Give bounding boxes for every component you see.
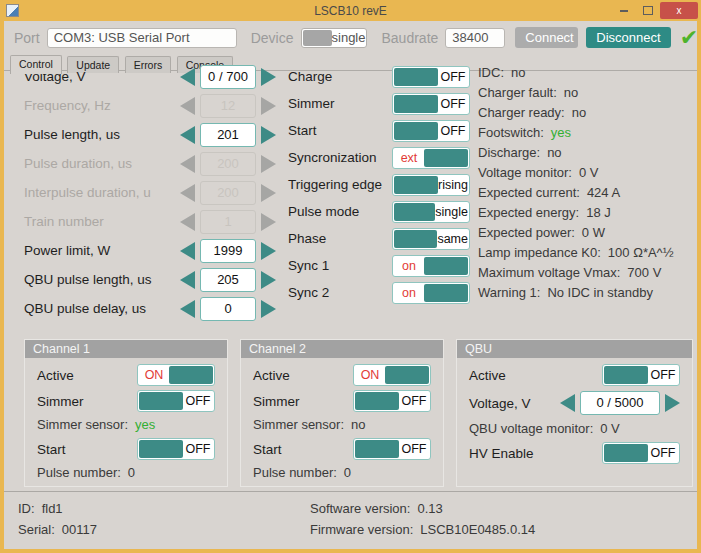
toggle-knob <box>355 440 399 458</box>
toggle-switch[interactable]: rising <box>392 174 470 196</box>
toggle-switch[interactable]: same <box>392 228 470 250</box>
status-value: 0 V <box>600 421 620 436</box>
toggle-knob <box>394 176 438 194</box>
toggle-switch[interactable]: OFF <box>392 66 470 88</box>
toggle-label: Sync 1 <box>288 258 392 273</box>
status-value: 0 <box>344 465 351 480</box>
tab-control[interactable]: Control <box>10 55 62 74</box>
toggle-switch[interactable]: OFF <box>392 120 470 142</box>
toggle-switch[interactable]: ext <box>392 147 470 169</box>
param-value-field[interactable]: 12 <box>200 94 256 118</box>
status-label: Firmware version: <box>310 522 413 537</box>
decrement-arrow-button[interactable] <box>180 213 195 231</box>
qbu-voltage-monitor-line: QBU voltage monitor:0 V <box>469 418 680 440</box>
decrement-arrow-button[interactable] <box>180 271 195 289</box>
qbu-active-toggle[interactable]: OFF <box>602 364 680 386</box>
toggle-knob <box>604 366 648 384</box>
status-label: Footswitch: <box>478 125 544 140</box>
decrement-arrow-button[interactable] <box>180 300 195 318</box>
simmer-toggle[interactable]: OFF <box>353 390 431 412</box>
param-value-field[interactable]: 0 / 700 <box>200 65 256 89</box>
toggle-state-text: single <box>435 203 468 221</box>
decrement-arrow-button[interactable] <box>180 184 195 202</box>
decrement-arrow-button[interactable] <box>180 126 195 144</box>
status-label: Serial: <box>18 522 55 537</box>
increment-arrow-button[interactable] <box>261 68 276 86</box>
status-value: yes <box>551 125 571 140</box>
status-value: no <box>564 85 578 100</box>
param-value-field[interactable]: 1999 <box>200 239 256 263</box>
toggle-label: Charge <box>288 69 392 84</box>
status-value: 700 V <box>627 265 661 280</box>
increment-arrow-button[interactable] <box>261 97 276 115</box>
active-toggle-row: Active ON <box>37 362 215 388</box>
port-input[interactable] <box>47 28 237 48</box>
active-toggle[interactable]: ON <box>137 364 215 386</box>
decrement-arrow-button[interactable] <box>180 242 195 260</box>
qbu-voltage-field[interactable]: 0 / 5000 <box>580 391 660 415</box>
maximize-button[interactable] <box>636 3 660 19</box>
param-value-field[interactable]: 200 <box>200 181 256 205</box>
toolbar: Port Device single Baudrate Connect Disc… <box>4 26 697 49</box>
panel-body: Active ON Simmer OFF Simmer sensor:no St… <box>241 358 443 484</box>
toggle-switch[interactable]: OFF <box>392 93 470 115</box>
decrement-arrow-button[interactable] <box>560 394 575 412</box>
simmer-toggle[interactable]: OFF <box>137 390 215 412</box>
panel-header: Channel 2 <box>241 340 443 358</box>
device-toggle-knob <box>303 30 331 46</box>
status-label: Charger ready: <box>478 105 565 120</box>
status-label: Voltage monitor: <box>478 165 572 180</box>
toggle-state-text: OFF <box>648 444 678 462</box>
status-label: Software version: <box>310 501 410 516</box>
toggle-label: Active <box>37 368 137 383</box>
toggle-switch[interactable]: on <box>392 282 470 304</box>
toggle-switch[interactable]: on <box>392 255 470 277</box>
param-value-field[interactable]: 201 <box>200 123 256 147</box>
status-value: 18 J <box>586 205 611 220</box>
connect-button[interactable]: Connect <box>515 27 578 48</box>
increment-arrow-button[interactable] <box>261 155 276 173</box>
increment-arrow-button[interactable] <box>261 271 276 289</box>
hv-enable-toggle[interactable]: OFF <box>602 442 680 464</box>
firmware-version-line: Firmware version:LSCB10E0485.0.14 <box>310 522 535 537</box>
param-value-field[interactable]: 0 <box>200 297 256 321</box>
toggle-state-text: OFF <box>438 122 468 140</box>
increment-arrow-button[interactable] <box>665 394 680 412</box>
decrement-arrow-button[interactable] <box>180 68 195 86</box>
disconnect-button[interactable]: Disconnect <box>586 27 670 48</box>
toggle-switch[interactable]: single <box>392 201 470 223</box>
close-button[interactable]: x <box>660 2 698 19</box>
increment-arrow-button[interactable] <box>261 300 276 318</box>
param-label: Power limit, W <box>24 243 180 258</box>
param-value-field[interactable]: 200 <box>200 152 256 176</box>
toggle-knob <box>394 95 438 113</box>
increment-arrow-button[interactable] <box>261 242 276 260</box>
status-value: 0 W <box>582 225 605 240</box>
toggle-state-text: OFF <box>183 392 213 410</box>
device-toggle-value: single <box>332 30 366 46</box>
software-version-line: Software version:0.13 <box>310 501 443 516</box>
minimize-button[interactable] <box>612 3 636 19</box>
status-value: 0 <box>128 465 135 480</box>
increment-arrow-button[interactable] <box>261 184 276 202</box>
toggle-knob <box>139 392 183 410</box>
decrement-arrow-button[interactable] <box>180 97 195 115</box>
status-value: no <box>572 105 586 120</box>
param-value-field[interactable]: 1 <box>200 210 256 234</box>
status-value: no <box>547 145 561 160</box>
start-toggle[interactable]: OFF <box>353 438 431 460</box>
param-row-qbu-pulse-delay-us: QBU pulse delay, us 0 <box>24 294 276 323</box>
increment-arrow-button[interactable] <box>261 213 276 231</box>
start-toggle[interactable]: OFF <box>137 438 215 460</box>
param-value-field[interactable]: 205 <box>200 268 256 292</box>
toggle-label: Start <box>288 123 392 138</box>
active-toggle[interactable]: ON <box>353 364 431 386</box>
status-line-expected-energy: Expected energy:18 J <box>478 205 696 225</box>
param-label: Interpulse duration, u <box>24 185 180 200</box>
status-label: Pulse number: <box>37 465 121 480</box>
baudrate-input[interactable] <box>445 28 505 48</box>
decrement-arrow-button[interactable] <box>180 155 195 173</box>
device-toggle[interactable]: single <box>301 28 367 48</box>
param-label: QBU pulse delay, us <box>24 301 180 316</box>
increment-arrow-button[interactable] <box>261 126 276 144</box>
